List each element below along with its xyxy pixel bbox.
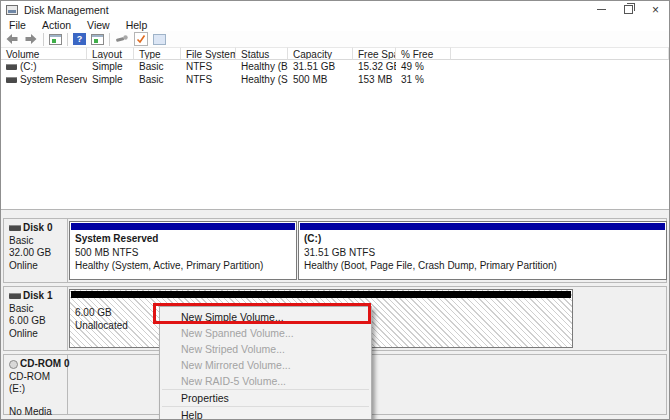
cell-volume: System Reserved — [1, 73, 87, 86]
partition-color-bar — [300, 223, 665, 230]
menu-bar: File Action View Help — [1, 18, 669, 31]
disk1-status: Online — [9, 328, 67, 341]
col-file-system[interactable]: File System — [181, 47, 236, 60]
partition-size: 500 MB NTFS — [75, 246, 296, 260]
menu-view[interactable]: View — [87, 19, 110, 31]
forward-arrow-icon[interactable] — [24, 33, 38, 45]
partition-status: Healthy (System, Active, Primary Partiti… — [75, 259, 296, 273]
partition-size: 31.51 GB NTFS — [304, 246, 666, 260]
cell-capacity: 31.51 GB — [288, 60, 353, 73]
col-layout[interactable]: Layout — [87, 47, 134, 60]
partition-c[interactable]: (C:) 31.51 GB NTFS Healthy (Boot, Page F… — [298, 221, 667, 280]
drive-icon — [6, 77, 17, 83]
menu-item-new-mirrored-volume: New Mirrored Volume... — [160, 357, 371, 373]
unallocated-color-bar — [71, 291, 571, 298]
cell-type: Basic — [134, 60, 181, 73]
disk0-status: Online — [9, 260, 67, 273]
restore-icon — [624, 5, 633, 14]
menu-item-new-spanned-volume: New Spanned Volume... — [160, 325, 371, 341]
unallocated-size: 6.00 GB — [75, 306, 128, 319]
menu-action[interactable]: Action — [42, 19, 71, 31]
disk1-name: Disk 1 — [9, 290, 67, 303]
annotation-highlight — [153, 303, 371, 324]
volume-list-header: Volume Layout Type File System Status Ca… — [1, 47, 669, 60]
cell-file-system: NTFS — [181, 73, 236, 86]
menu-item-properties[interactable]: Properties — [160, 390, 371, 406]
unallocated-label: Unallocated — [75, 319, 128, 332]
disk1-size: 6.00 GB — [9, 315, 67, 328]
disk-icon — [9, 293, 21, 299]
disk1-label-panel[interactable]: Disk 1 Basic 6.00 GB Online — [4, 287, 68, 350]
menu-help[interactable]: Help — [126, 19, 148, 31]
toolbar-separator — [43, 33, 44, 46]
toolbar-separator — [109, 33, 110, 46]
col-status[interactable]: Status — [236, 47, 288, 60]
table-row-system-reserved[interactable]: System Reserved Simple Basic NTFS Health… — [1, 73, 669, 86]
disk0-row: Disk 0 Basic 32.00 GB Online System Rese… — [3, 218, 667, 283]
console-window-icon[interactable] — [91, 34, 104, 45]
col-capacity[interactable]: Capacity — [288, 47, 353, 60]
cell-percent-free: 31 % — [396, 73, 451, 86]
volume-list: Volume Layout Type File System Status Ca… — [1, 47, 669, 209]
cdrom-drive: CD-ROM (E:) — [9, 371, 67, 396]
minimize-button[interactable] — [588, 1, 615, 18]
window-title: Disk Management — [24, 4, 109, 16]
toolbar: ? — [1, 31, 669, 48]
partition-system-reserved[interactable]: System Reserved 500 MB NTFS Healthy (Sys… — [69, 221, 297, 280]
menu-item-new-raid5-volume: New RAID-5 Volume... — [160, 373, 371, 389]
disk0-name: Disk 0 — [9, 222, 67, 235]
partition-status: Healthy (Boot, Page File, Crash Dump, Pr… — [304, 259, 666, 273]
cell-layout: Simple — [87, 73, 134, 86]
disk1-type: Basic — [9, 303, 67, 316]
cdrom-icon — [9, 360, 18, 369]
cell-type: Basic — [134, 73, 181, 86]
partition-name: (C:) — [304, 232, 666, 246]
menu-item-help[interactable]: Help — [160, 407, 371, 420]
disk0-label-panel[interactable]: Disk 0 Basic 32.00 GB Online — [4, 219, 68, 282]
close-icon: × — [652, 5, 659, 15]
app-icon — [6, 5, 18, 15]
checklist-icon[interactable] — [134, 32, 148, 46]
drive-icon — [6, 64, 17, 70]
cell-layout: Simple — [87, 60, 134, 73]
close-button[interactable]: × — [642, 1, 669, 18]
table-row-c[interactable]: (C:) Simple Basic NTFS Healthy (B... 31.… — [1, 60, 669, 73]
disk-management-window: Disk Management × File Action View Help … — [0, 0, 670, 420]
action-tool-icon[interactable] — [115, 33, 129, 45]
cell-status: Healthy (B... — [236, 60, 288, 73]
partition-name: System Reserved — [75, 232, 296, 246]
cell-capacity: 500 MB — [288, 73, 353, 86]
toolbar-separator — [67, 33, 68, 46]
disk0-size: 32.00 GB — [9, 247, 67, 260]
cell-free-space: 15.32 GB — [353, 60, 396, 73]
col-percent-free[interactable]: % Free — [396, 47, 451, 60]
menu-file[interactable]: File — [9, 19, 26, 31]
cell-status: Healthy (S... — [236, 73, 288, 86]
col-free-space[interactable]: Free Spa... — [353, 47, 396, 60]
disk-icon — [9, 225, 21, 231]
cdrom-media-status: No Media — [9, 406, 67, 419]
cell-free-space: 153 MB — [353, 73, 396, 86]
title-bar: Disk Management × — [1, 1, 669, 18]
cdrom-label-panel[interactable]: CD-ROM 0 CD-ROM (E:) No Media — [4, 355, 68, 414]
cell-file-system: NTFS — [181, 60, 236, 73]
col-type[interactable]: Type — [134, 47, 181, 60]
partition-color-bar — [71, 223, 295, 230]
properties-panel-icon[interactable] — [153, 34, 166, 45]
window-controls: × — [588, 1, 669, 18]
cell-percent-free: 49 % — [396, 60, 451, 73]
disk0-graphic-area: System Reserved 500 MB NTFS Healthy (Sys… — [68, 219, 666, 282]
console-tree-icon[interactable] — [49, 34, 62, 45]
menu-item-new-striped-volume: New Striped Volume... — [160, 341, 371, 357]
col-volume[interactable]: Volume — [1, 47, 87, 60]
cell-filler — [451, 60, 669, 73]
minimize-icon — [597, 9, 606, 10]
restore-button[interactable] — [615, 1, 642, 18]
cell-volume: (C:) — [1, 60, 87, 73]
cell-filler — [451, 73, 669, 86]
cdrom-name: CD-ROM 0 — [9, 358, 67, 371]
col-filler — [451, 47, 669, 60]
help-icon[interactable]: ? — [73, 33, 86, 45]
disk0-type: Basic — [9, 235, 67, 248]
back-arrow-icon[interactable] — [5, 33, 19, 45]
